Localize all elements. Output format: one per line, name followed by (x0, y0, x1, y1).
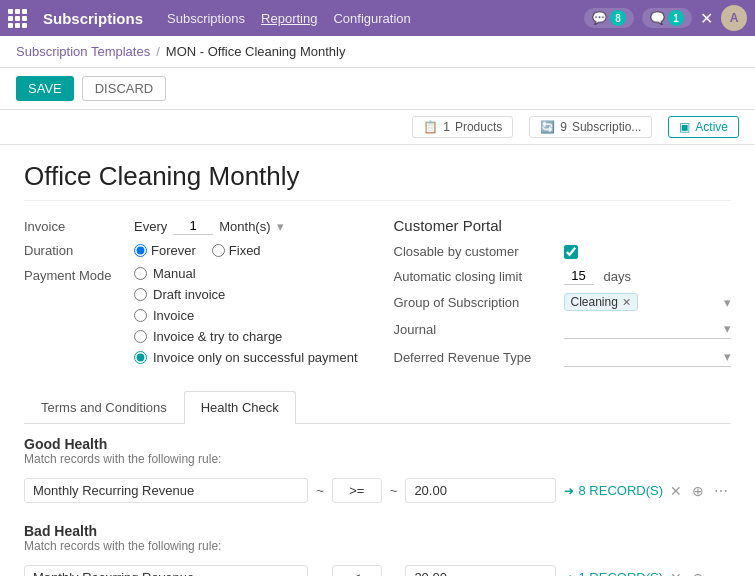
deferred-field: Deferred Revenue Type ▾ (394, 347, 732, 367)
deferred-chevron[interactable]: ▾ (724, 349, 731, 364)
payment-manual-radio[interactable] (134, 267, 147, 280)
good-health-more-btn[interactable]: ⋯ (711, 482, 731, 500)
good-health-records-link[interactable]: 8 RECORD(S) (578, 483, 663, 498)
nav-reporting[interactable]: Reporting (261, 11, 317, 26)
bad-health-tilde2: ~ (390, 570, 398, 576)
stat-products[interactable]: 📋 1 Products (412, 116, 513, 138)
group-field: Group of Subscription Cleaning ✕ ▾ (394, 293, 732, 311)
duration-forever-label: Forever (151, 243, 196, 258)
bad-health-add-btn[interactable]: ⊕ (689, 569, 707, 577)
avatar[interactable]: A (721, 5, 747, 31)
journal-value[interactable]: ▾ (564, 319, 732, 339)
payment-invoice-try-radio[interactable] (134, 330, 147, 343)
duration-fixed-option[interactable]: Fixed (212, 243, 261, 258)
duration-fixed-label: Fixed (229, 243, 261, 258)
invoice-label: Invoice (24, 219, 134, 234)
invoice-number-input[interactable] (173, 217, 213, 235)
good-health-operator[interactable]: >= (332, 478, 382, 503)
subscriptions-icon: 🔄 (540, 120, 555, 134)
auto-close-label: Automatic closing limit (394, 269, 564, 284)
stats-bar: 📋 1 Products 🔄 9 Subscriptio... ▣ Active (0, 110, 755, 145)
duration-forever-option[interactable]: Forever (134, 243, 196, 258)
duration-label: Duration (24, 243, 134, 258)
auto-close-input[interactable] (564, 267, 594, 285)
invoice-period-chevron[interactable]: ▾ (277, 219, 284, 234)
payment-invoice-try-option[interactable]: Invoice & try to charge (134, 329, 358, 344)
payment-draft-option[interactable]: Draft invoice (134, 287, 358, 302)
stat-active[interactable]: ▣ Active (668, 116, 739, 138)
topnav-right: 💬 8 🗨️ 1 ✕ A (584, 5, 747, 31)
auto-close-value: days (564, 267, 732, 285)
good-health-title: Good Health (24, 436, 731, 452)
bad-health-arrow-icon: ➜ (564, 571, 574, 577)
bad-health-operator[interactable]: < (332, 565, 382, 576)
payment-invoice-success-radio[interactable] (134, 351, 147, 364)
closable-field: Closable by customer (394, 244, 732, 259)
topnav: Subscriptions Subscriptions Reporting Co… (0, 0, 755, 36)
health-check-content: Good Health Match records with the follo… (24, 436, 731, 576)
tab-health[interactable]: Health Check (184, 391, 296, 424)
products-icon: 📋 (423, 120, 438, 134)
payment-mode-label: Payment Mode (24, 266, 134, 283)
nav-subscriptions[interactable]: Subscriptions (167, 11, 245, 26)
bad-health-field[interactable]: Monthly Recurring Revenue (24, 565, 308, 576)
bad-health-rule: Monthly Recurring Revenue ~ < ~ 20.00 ➜ … (24, 561, 731, 576)
journal-chevron[interactable]: ▾ (724, 321, 731, 336)
invoice-period: Month(s) (219, 219, 270, 234)
chat-icon: 💬 (592, 11, 607, 25)
payment-invoice-success-option[interactable]: Invoice only on successful payment (134, 350, 358, 365)
breadcrumb-current: MON - Office Cleaning Monthly (166, 44, 346, 59)
active-label: Active (695, 120, 728, 134)
bad-health-section: Bad Health Match records with the follow… (24, 523, 731, 576)
group-chevron[interactable]: ▾ (724, 295, 731, 310)
good-health-remove-btn[interactable]: ✕ (667, 482, 685, 500)
duration-fixed-radio[interactable] (212, 244, 225, 257)
group-tag-remove[interactable]: ✕ (622, 296, 631, 309)
stat-subscriptions[interactable]: 🔄 9 Subscriptio... (529, 116, 652, 138)
payment-invoice-label: Invoice (153, 308, 194, 323)
nav-configuration[interactable]: Configuration (333, 11, 410, 26)
bad-health-value[interactable]: 20.00 (405, 565, 556, 576)
bad-health-records-link[interactable]: 1 RECORD(S) (578, 570, 663, 576)
bad-health-more-btn[interactable]: ⋯ (711, 569, 731, 577)
bad-health-title: Bad Health (24, 523, 731, 539)
products-label: Products (455, 120, 502, 134)
bad-health-subtitle: Match records with the following rule: (24, 539, 731, 553)
good-health-add-btn[interactable]: ⊕ (689, 482, 707, 500)
apps-menu[interactable] (8, 9, 27, 28)
duration-radios: Forever Fixed (134, 243, 261, 258)
close-icon[interactable]: ✕ (700, 9, 713, 28)
good-health-arrow-icon: ➜ (564, 484, 574, 498)
discuss-icon: 🗨️ (650, 11, 665, 25)
closable-label: Closable by customer (394, 244, 564, 259)
good-health-tilde: ~ (316, 483, 324, 498)
closable-checkbox[interactable] (564, 245, 578, 259)
good-health-field[interactable]: Monthly Recurring Revenue (24, 478, 308, 503)
apps-grid-icon (8, 9, 27, 28)
subscriptions-count: 9 (560, 120, 567, 134)
duration-forever-radio[interactable] (134, 244, 147, 257)
breadcrumb-separator: / (156, 44, 160, 59)
tabs-container: Terms and Conditions Health Check (24, 391, 731, 424)
good-health-value[interactable]: 20.00 (405, 478, 556, 503)
payment-invoice-radio[interactable] (134, 309, 147, 322)
discuss-badge[interactable]: 🗨️ 1 (642, 8, 692, 28)
bad-health-remove-btn[interactable]: ✕ (667, 569, 685, 577)
payment-manual-option[interactable]: Manual (134, 266, 358, 281)
payment-invoice-success-label: Invoice only on successful payment (153, 350, 358, 365)
payment-manual-label: Manual (153, 266, 196, 281)
tab-terms[interactable]: Terms and Conditions (24, 391, 184, 423)
deferred-value[interactable]: ▾ (564, 347, 732, 367)
discard-button[interactable]: DISCARD (82, 76, 167, 101)
bad-health-tilde: ~ (316, 570, 324, 576)
group-label: Group of Subscription (394, 295, 564, 310)
form-right: Customer Portal Closable by customer Aut… (394, 217, 732, 375)
save-button[interactable]: SAVE (16, 76, 74, 101)
page-title: Office Cleaning Monthly (24, 161, 731, 201)
breadcrumb-parent[interactable]: Subscription Templates (16, 44, 150, 59)
payment-draft-radio[interactable] (134, 288, 147, 301)
group-value: Cleaning ✕ ▾ (564, 293, 732, 311)
payment-invoice-option[interactable]: Invoice (134, 308, 358, 323)
payment-draft-label: Draft invoice (153, 287, 225, 302)
chat-badge[interactable]: 💬 8 (584, 8, 634, 28)
